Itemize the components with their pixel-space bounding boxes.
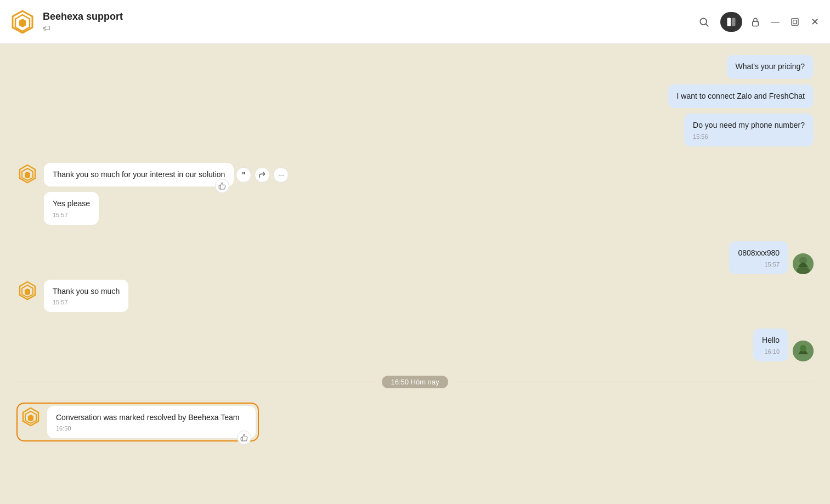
theme-button[interactable] xyxy=(720,12,742,32)
svg-rect-5 xyxy=(727,18,731,26)
message-time: 15:56 xyxy=(693,133,805,140)
message-bubble: I want to connect Zalo and FreshChat xyxy=(668,84,814,109)
user-avatar xyxy=(793,341,814,361)
svg-line-4 xyxy=(706,24,709,26)
app-logo xyxy=(9,8,36,36)
maximize-button[interactable] xyxy=(788,15,801,29)
title-info: Beehexa support 🏷 xyxy=(43,11,123,32)
chat-area: What's your pricing? I want to connect Z… xyxy=(0,44,830,504)
app-title: Beehexa support xyxy=(43,11,123,22)
like-button[interactable] xyxy=(215,179,229,193)
system-like-button[interactable] xyxy=(237,431,251,445)
message-row: Do you need my phone number? 15:56 xyxy=(16,114,814,146)
message-row: Hello 16:10 xyxy=(16,329,814,361)
svg-marker-2 xyxy=(19,19,26,27)
system-message-text: Conversation was marked resolved by Beeh… xyxy=(56,412,247,423)
message-time: 15:57 xyxy=(738,261,780,268)
message-text: I want to connect Zalo and FreshChat xyxy=(677,91,805,102)
svg-rect-9 xyxy=(793,20,797,24)
message-time: 15:57 xyxy=(53,299,120,305)
message-bubble: Do you need my phone number? 15:56 xyxy=(684,114,814,146)
message-row: 0808xxx980 15:57 xyxy=(16,241,814,274)
search-button[interactable] xyxy=(694,12,714,32)
more-button[interactable]: ··· xyxy=(273,167,289,183)
svg-rect-8 xyxy=(792,19,798,25)
close-button[interactable]: ✕ xyxy=(808,15,821,29)
message-bubble: 0808xxx980 15:57 xyxy=(729,241,788,274)
message-row: Yes please 15:57 xyxy=(16,192,814,225)
message-bubble: What's your pricing? xyxy=(727,55,814,79)
message-bubble: Hello 16:10 xyxy=(753,329,788,361)
time-divider-label: 16:50 Hôm nay xyxy=(382,376,448,388)
user-avatar xyxy=(793,253,814,274)
title-bar-right: — ✕ xyxy=(694,12,821,32)
system-message-bubble: Conversation was marked resolved by Beeh… xyxy=(47,406,256,439)
quote-button[interactable]: " xyxy=(236,167,251,183)
svg-marker-23 xyxy=(28,415,33,422)
message-text: Hello xyxy=(762,335,780,346)
message-row: I want to connect Zalo and FreshChat xyxy=(16,84,814,109)
bot-avatar xyxy=(16,280,38,302)
message-time: 16:10 xyxy=(762,348,780,355)
svg-rect-7 xyxy=(753,21,759,26)
system-message-time: 16:50 xyxy=(56,425,247,432)
forward-button[interactable] xyxy=(255,167,270,183)
system-message-row: Conversation was marked resolved by Beeh… xyxy=(16,403,814,442)
system-message-highlighted: Conversation was marked resolved by Beeh… xyxy=(16,403,259,442)
svg-rect-6 xyxy=(732,18,736,26)
message-bubble: Thank you so much 15:57 xyxy=(44,280,128,313)
message-row: Thank you so much for your interest in o… xyxy=(16,163,814,187)
message-row: What's your pricing? xyxy=(16,55,814,79)
time-divider: 16:50 Hôm nay xyxy=(16,376,814,388)
title-bar-left: Beehexa support 🏷 xyxy=(9,8,123,36)
svg-marker-12 xyxy=(25,172,30,179)
message-bubble: Yes please 15:57 xyxy=(44,192,99,225)
tag-icon: 🏷 xyxy=(43,24,123,32)
title-bar: Beehexa support 🏷 — xyxy=(0,0,830,44)
message-actions: " ··· xyxy=(236,167,289,183)
message-text: What's your pricing? xyxy=(736,61,805,72)
bot-avatar xyxy=(16,163,38,185)
message-text: 0808xxx980 xyxy=(738,248,780,259)
svg-point-20 xyxy=(800,345,806,352)
bot-avatar-system xyxy=(20,406,42,428)
message-bubble: Thank you so much for your interest in o… xyxy=(44,163,234,187)
messages-container: What's your pricing? I want to connect Z… xyxy=(0,44,830,504)
message-text: Yes please xyxy=(53,199,90,209)
message-row: Thank you so much 15:57 xyxy=(16,280,814,313)
lock-button[interactable] xyxy=(749,15,762,29)
svg-point-3 xyxy=(700,18,707,25)
svg-marker-18 xyxy=(25,288,30,296)
minimize-button[interactable]: — xyxy=(769,15,782,29)
message-time: 15:57 xyxy=(53,212,90,218)
message-text: Thank you so much xyxy=(53,286,120,297)
message-text: Thank you so much for your interest in o… xyxy=(53,169,225,180)
message-text: Do you need my phone number? xyxy=(693,120,805,131)
